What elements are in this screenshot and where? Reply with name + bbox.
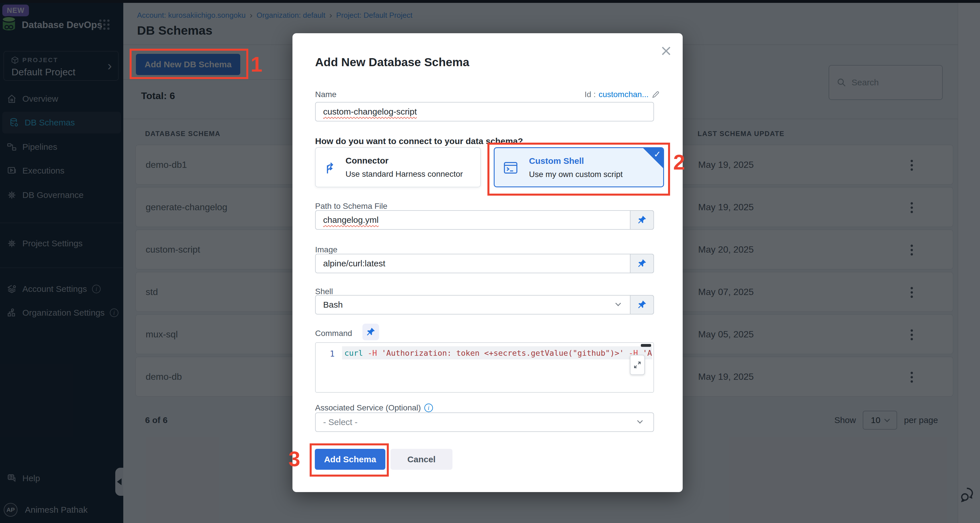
modal-title: Add New Database Schema — [315, 55, 469, 69]
command-code-line: curl -H 'Authorization: token <+secrets.… — [344, 349, 652, 357]
cancel-button[interactable]: Cancel — [390, 449, 452, 470]
annotation-box-step3 — [310, 444, 389, 477]
annotation-box-step1 — [130, 49, 248, 79]
image-label: Image — [315, 245, 337, 254]
path-input[interactable]: changelog.yml — [315, 210, 654, 230]
connector-icon — [323, 160, 338, 175]
pin-icon — [366, 327, 375, 337]
pin-icon — [637, 215, 647, 225]
fixed-value-pin-button[interactable] — [363, 324, 379, 340]
annotation-number-3: 3 — [288, 449, 300, 470]
pin-icon — [637, 300, 647, 310]
command-code-editor[interactable]: 1 curl -H 'Authorization: token <+secret… — [315, 342, 654, 393]
chevron-down-icon — [637, 418, 643, 424]
id-prefix: Id : — [585, 90, 596, 99]
info-icon[interactable]: i — [424, 404, 433, 412]
expand-editor-button[interactable] — [630, 355, 645, 375]
id-value[interactable]: customchan... — [599, 90, 649, 99]
associated-service-label: Associated Service (Optional) i — [315, 403, 433, 412]
close-icon[interactable]: × — [660, 43, 672, 58]
connector-option-card[interactable]: Connector Use standard Harness connector — [315, 147, 481, 187]
path-label: Path to Schema File — [315, 202, 387, 211]
fixed-value-pin-button[interactable] — [630, 210, 654, 230]
annotation-box-step2 — [487, 143, 670, 196]
shell-select[interactable]: Bash — [315, 295, 654, 314]
line-number: 1 — [316, 349, 335, 358]
name-input[interactable]: custom-changelog-script — [315, 102, 654, 122]
name-label: Name — [315, 90, 337, 99]
add-schema-modal: × Add New Database Schema Name Id : cust… — [293, 33, 682, 492]
associated-service-select[interactable]: - Select - — [315, 412, 654, 432]
annotation-number-1: 1 — [251, 54, 262, 75]
chevron-down-icon — [615, 300, 621, 306]
connector-title: Connector — [345, 156, 388, 166]
fixed-value-pin-button[interactable] — [630, 254, 654, 273]
fixed-value-pin-button[interactable] — [630, 295, 654, 314]
annotation-number-2: 2 — [673, 152, 685, 173]
editor-scrollbar[interactable] — [641, 344, 651, 347]
pin-icon — [637, 258, 647, 268]
connector-subtitle: Use standard Harness connector — [345, 170, 463, 179]
command-label: Command — [315, 329, 352, 338]
id-row: Id : customchan... — [585, 90, 660, 99]
app-root: NEW Database DevOps PROJECT — [0, 0, 980, 523]
image-input[interactable]: alpine/curl:latest — [315, 254, 654, 273]
edit-pencil-icon[interactable] — [651, 90, 660, 99]
